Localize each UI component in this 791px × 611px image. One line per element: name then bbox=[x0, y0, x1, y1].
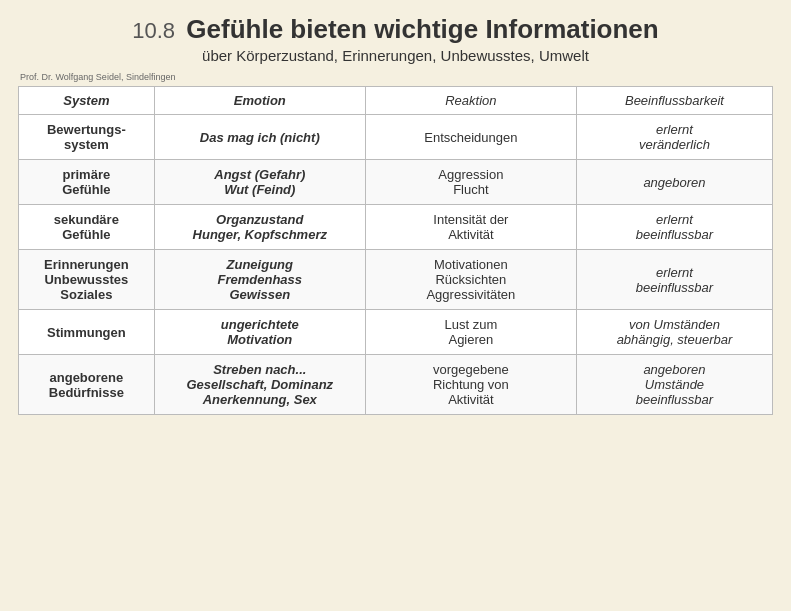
cell-reaktion: Lust zum Agieren bbox=[365, 310, 576, 355]
cell-beeinflussbarkeit: erlernt beeinflussbar bbox=[576, 250, 772, 310]
cell-system: angeborene Bedürfnisse bbox=[19, 355, 155, 415]
cell-emotion: Das mag ich (nicht) bbox=[154, 115, 365, 160]
col-header-beeinflussbarkeit: Beeinflussbarkeit bbox=[576, 87, 772, 115]
cell-reaktion: Entscheidungen bbox=[365, 115, 576, 160]
table-row: angeborene BedürfnisseStreben nach... Ge… bbox=[19, 355, 773, 415]
cell-emotion: Angst (Gefahr) Wut (Feind) bbox=[154, 160, 365, 205]
cell-system: Bewertungs- system bbox=[19, 115, 155, 160]
cell-emotion: ungerichtete Motivation bbox=[154, 310, 365, 355]
col-header-reaktion: Reaktion bbox=[365, 87, 576, 115]
table-row: Erinnerungen Unbewusstes SozialesZuneigu… bbox=[19, 250, 773, 310]
table-row: Stimmungenungerichtete MotivationLust zu… bbox=[19, 310, 773, 355]
cell-emotion: Streben nach... Gesellschaft, Dominanz A… bbox=[154, 355, 365, 415]
cell-beeinflussbarkeit: erlernt beeinflussbar bbox=[576, 205, 772, 250]
cell-beeinflussbarkeit: angeboren bbox=[576, 160, 772, 205]
cell-reaktion: Intensität der Aktivität bbox=[365, 205, 576, 250]
cell-emotion: Organzustand Hunger, Kopfschmerz bbox=[154, 205, 365, 250]
header: 10.8 Gefühle bieten wichtige Information… bbox=[0, 0, 791, 70]
subtitle: über Körperzustand, Erinnerungen, Unbewu… bbox=[20, 47, 771, 64]
cell-beeinflussbarkeit: von Umständen abhängig, steuerbar bbox=[576, 310, 772, 355]
table-row: Bewertungs- systemDas mag ich (nicht)Ent… bbox=[19, 115, 773, 160]
cell-reaktion: Motivationen Rücksichten Aggressivitäten bbox=[365, 250, 576, 310]
table-container: System Emotion Reaktion Beeinflussbarkei… bbox=[0, 86, 791, 611]
cell-system: Erinnerungen Unbewusstes Soziales bbox=[19, 250, 155, 310]
table-header-row: System Emotion Reaktion Beeinflussbarkei… bbox=[19, 87, 773, 115]
col-header-system: System bbox=[19, 87, 155, 115]
cell-beeinflussbarkeit: erlernt veränderlich bbox=[576, 115, 772, 160]
cell-system: primäre Gefühle bbox=[19, 160, 155, 205]
author-text: Prof. Dr. Wolfgang Seidel, Sindelfingen bbox=[0, 70, 791, 86]
main-title: 10.8 Gefühle bieten wichtige Information… bbox=[20, 14, 771, 45]
title-text: Gefühle bieten wichtige Informationen bbox=[186, 14, 658, 44]
cell-system: Stimmungen bbox=[19, 310, 155, 355]
table-row: sekundäre GefühleOrganzustand Hunger, Ko… bbox=[19, 205, 773, 250]
col-header-emotion: Emotion bbox=[154, 87, 365, 115]
section-number: 10.8 bbox=[132, 18, 175, 43]
cell-reaktion: vorgegebene Richtung von Aktivität bbox=[365, 355, 576, 415]
page: 10.8 Gefühle bieten wichtige Information… bbox=[0, 0, 791, 611]
table-row: primäre GefühleAngst (Gefahr) Wut (Feind… bbox=[19, 160, 773, 205]
cell-reaktion: Aggression Flucht bbox=[365, 160, 576, 205]
main-table: System Emotion Reaktion Beeinflussbarkei… bbox=[18, 86, 773, 415]
cell-emotion: Zuneigung Fremdenhass Gewissen bbox=[154, 250, 365, 310]
cell-beeinflussbarkeit: angeboren Umstände beeinflussbar bbox=[576, 355, 772, 415]
cell-system: sekundäre Gefühle bbox=[19, 205, 155, 250]
